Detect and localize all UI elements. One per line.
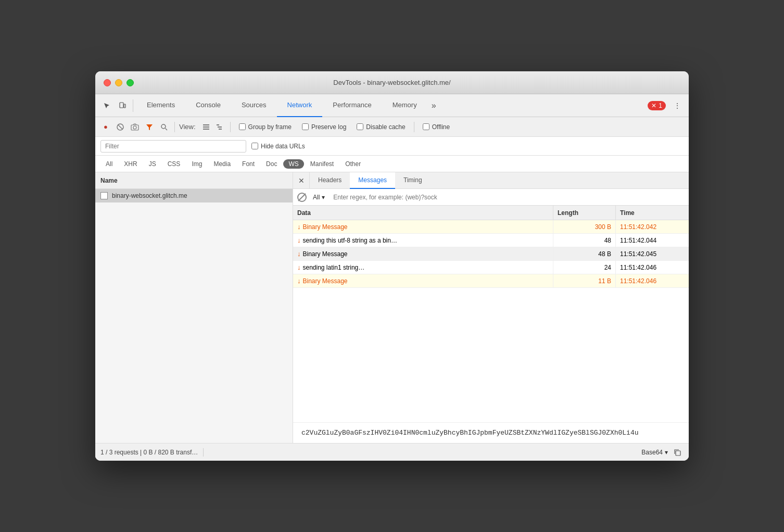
filter-media[interactable]: Media	[208, 159, 236, 169]
traffic-lights	[104, 79, 134, 86]
maximize-button[interactable]	[127, 79, 134, 86]
filter-manifest[interactable]: Manifest	[305, 159, 339, 169]
view-icons	[200, 121, 226, 133]
group-by-frame-checkbox[interactable]	[239, 123, 246, 130]
table-row[interactable]: ↓ sending latin1 string… 24 11:51:42.046	[293, 261, 689, 274]
table-row[interactable]: ↓ Binary Message 11 B 11:51:42.046	[293, 274, 689, 288]
filter-all[interactable]: All	[100, 159, 118, 169]
filter-css[interactable]: CSS	[162, 159, 186, 169]
msg-data-cell: ↓ Binary Message	[293, 220, 553, 233]
table-row[interactable]: ↓ Binary Message 300 B 11:51:42.042	[293, 220, 689, 234]
offline-label[interactable]: Offline	[419, 123, 454, 131]
nav-right: ✕ 1 ⋮	[648, 98, 685, 113]
filter-doc[interactable]: Doc	[261, 159, 282, 169]
right-tabs: ✕ Headers Messages Timing	[293, 172, 689, 189]
nav-tabs: Elements Console Sources Network Perform…	[136, 94, 440, 117]
chevron-down-icon: ▾	[665, 449, 668, 456]
status-divider	[203, 448, 204, 457]
camera-button[interactable]	[129, 121, 141, 133]
filter-font[interactable]: Font	[237, 159, 260, 169]
disable-cache-label[interactable]: Disable cache	[352, 123, 409, 131]
search-icon[interactable]	[158, 121, 170, 133]
list-item[interactable]: binary-websocket.glitch.me	[95, 189, 293, 202]
regex-input[interactable]	[331, 194, 685, 201]
encoding-dropdown[interactable]: Base64 ▾	[641, 449, 668, 456]
msg-length-cell: 48	[553, 234, 616, 247]
status-bar: 1 / 3 requests | 0 B / 820 B transf… Bas…	[95, 443, 689, 461]
filter-input[interactable]	[100, 140, 246, 153]
close-detail-button[interactable]: ✕	[293, 172, 310, 189]
group-by-frame-label[interactable]: Group by frame	[235, 123, 296, 131]
svg-rect-9	[203, 126, 209, 128]
disable-cache-checkbox[interactable]	[357, 123, 363, 130]
device-icon[interactable]	[115, 98, 130, 113]
svg-rect-14	[676, 451, 680, 455]
chevron-down-icon: ▾	[322, 194, 325, 201]
settings-icon[interactable]: ⋮	[670, 98, 685, 113]
devtools-window: DevTools - binary-websocket.glitch.me/ E…	[95, 71, 689, 461]
tab-headers[interactable]: Headers	[310, 172, 350, 189]
preserve-log-label[interactable]: Preserve log	[298, 123, 350, 131]
msg-time-cell: 11:51:42.042	[616, 220, 689, 233]
filter-other[interactable]: Other	[340, 159, 366, 169]
svg-line-3	[118, 125, 122, 129]
error-badge: ✕ 1	[648, 101, 666, 110]
hide-urls-checkbox[interactable]	[251, 143, 258, 149]
header-length: Length	[553, 206, 616, 220]
clear-button[interactable]	[114, 121, 127, 133]
tab-memory[interactable]: Memory	[382, 94, 427, 117]
msg-data-cell: ↓ sending latin1 string…	[293, 261, 553, 274]
msg-time-cell: 11:51:42.046	[616, 274, 689, 287]
down-arrow-icon: ↓	[297, 223, 301, 231]
msg-data-cell: ↓ Binary Message	[293, 274, 553, 287]
msg-time-cell: 11:51:42.044	[616, 234, 689, 247]
message-type-dropdown[interactable]: All ▾	[311, 193, 327, 202]
table-header-row: Data Length Time	[293, 206, 689, 220]
msg-time-cell: 11:51:42.046	[616, 261, 689, 274]
tab-elements[interactable]: Elements	[136, 94, 185, 117]
msg-time-cell: 11:51:42.045	[616, 247, 689, 260]
list-view-icon[interactable]	[200, 121, 212, 133]
filter-ws[interactable]: WS	[283, 159, 304, 169]
messages-table: Data Length Time ↓ Binary Messag	[293, 206, 689, 422]
msg-length-cell: 11 B	[553, 274, 616, 287]
svg-rect-13	[219, 129, 222, 130]
tab-timing[interactable]: Timing	[395, 172, 431, 189]
svg-point-5	[133, 126, 136, 129]
header-data: Data	[293, 206, 553, 220]
svg-point-6	[161, 124, 166, 129]
toolbar-divider-4	[414, 122, 414, 132]
record-button[interactable]: ●	[99, 121, 112, 133]
tab-messages[interactable]: Messages	[350, 172, 395, 189]
copy-button[interactable]	[671, 446, 684, 459]
msg-length-cell: 24	[553, 261, 616, 274]
requests-status: 1 / 3 requests | 0 B / 820 B transf…	[100, 449, 198, 456]
svg-rect-1	[124, 104, 125, 108]
left-panel-header: Name	[95, 172, 293, 189]
offline-checkbox[interactable]	[423, 123, 429, 130]
tab-sources[interactable]: Sources	[231, 94, 277, 117]
window-title: DevTools - binary-websocket.glitch.me/	[333, 79, 450, 86]
title-bar: DevTools - binary-websocket.glitch.me/	[95, 71, 689, 94]
tab-performance[interactable]: Performance	[322, 94, 382, 117]
tab-console[interactable]: Console	[185, 94, 231, 117]
filter-js[interactable]: JS	[144, 159, 161, 169]
waterfall-view-icon[interactable]	[213, 121, 226, 133]
filter-icon[interactable]	[143, 121, 156, 133]
toolbar-divider-1	[133, 99, 133, 112]
minimize-button[interactable]	[115, 79, 122, 86]
msg-data-cell: ↓ Binary Message	[293, 247, 553, 260]
tab-network[interactable]: Network	[277, 94, 323, 117]
messages-filter: All ▾	[293, 189, 689, 206]
svg-rect-12	[218, 126, 222, 128]
cursor-icon[interactable]	[99, 98, 114, 113]
close-button[interactable]	[104, 79, 111, 86]
more-tabs-button[interactable]: »	[427, 101, 440, 110]
table-row[interactable]: ↓ sending this utf-8 string as a bin… 48…	[293, 234, 689, 247]
preserve-log-checkbox[interactable]	[302, 123, 309, 130]
filter-xhr[interactable]: XHR	[119, 159, 142, 169]
hide-urls-label[interactable]: Hide data URLs	[251, 143, 305, 150]
table-row[interactable]: ↓ Binary Message 48 B 11:51:42.045	[293, 247, 689, 261]
filter-img[interactable]: Img	[186, 159, 207, 169]
svg-rect-0	[120, 103, 123, 108]
